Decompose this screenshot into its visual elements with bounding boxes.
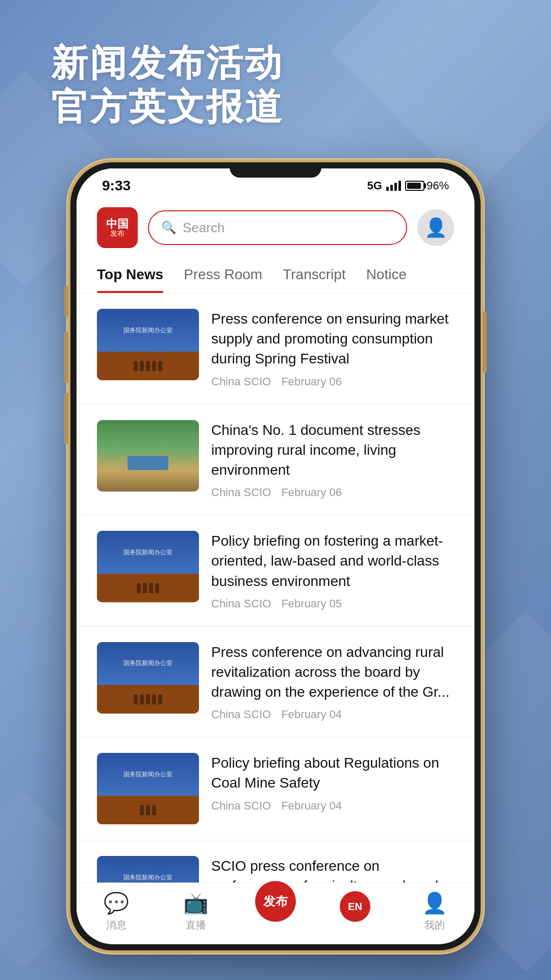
- news-content-6: SCIO press conference on performance of …: [211, 856, 454, 883]
- en-label: EN: [348, 901, 362, 913]
- news-meta-3: China SCIO February 05: [211, 597, 454, 610]
- network-indicator: 5G: [367, 179, 382, 192]
- silhouettes-5: [140, 805, 156, 815]
- news-meta-1: China SCIO February 06: [211, 375, 454, 388]
- thumbnail-1: 国务院新闻办公室: [97, 309, 199, 380]
- tab-press-room[interactable]: Press Room: [184, 256, 262, 293]
- thumbnail-6: 国务院新闻办公室: [97, 856, 199, 883]
- logo-top: 中国: [106, 218, 129, 230]
- news-title-6: SCIO press conference on performance of …: [211, 856, 454, 883]
- list-item[interactable]: 国务院新闻办公室 Policy briefing on fostering a …: [77, 516, 474, 626]
- tab-transcript[interactable]: Transcript: [283, 256, 345, 293]
- thumb-banner-1: 国务院新闻办公室: [97, 309, 199, 352]
- headline-line1: 新闻发布活动: [51, 41, 284, 85]
- status-icons: 5G 96%: [367, 179, 449, 192]
- nav-profile[interactable]: 👤 我的: [395, 891, 474, 932]
- news-source-2: China SCIO: [211, 486, 271, 499]
- thumb-banner-6: 国务院新闻办公室: [97, 856, 199, 883]
- volume-up-button: [64, 332, 68, 383]
- news-title-1: Press conference on ensuring market supp…: [211, 309, 454, 369]
- news-title-5: Policy briefing about Regulations on Coa…: [211, 753, 454, 793]
- mute-button: [64, 286, 68, 316]
- silhouettes-3: [137, 583, 159, 593]
- en-badge[interactable]: EN: [340, 891, 370, 922]
- news-date-2: February 06: [281, 486, 342, 499]
- news-content-1: Press conference on ensuring market supp…: [211, 309, 454, 388]
- thumbnail-4: 国务院新闻办公室: [97, 642, 199, 714]
- person-icon: 👤: [422, 891, 447, 915]
- thumbnail-5: 国务院新闻办公室: [97, 753, 199, 824]
- phone-screen: 9:33 5G 96%: [77, 168, 474, 944]
- thumb-text-3: 国务院新闻办公室: [123, 548, 172, 557]
- nav-en[interactable]: EN: [315, 891, 395, 932]
- search-bar[interactable]: 🔍 Search: [148, 210, 407, 245]
- thumb-text-5: 国务院新闻办公室: [123, 770, 172, 779]
- thumb-river: [128, 456, 168, 470]
- news-source-4: China SCIO: [211, 708, 271, 721]
- nav-messages[interactable]: 💬 消息: [77, 891, 156, 932]
- list-item[interactable]: 国务院新闻办公室 SCIO press conference on perfor…: [77, 841, 474, 883]
- news-content-5: Policy briefing about Regulations on Coa…: [211, 753, 454, 812]
- battery-fill: [407, 183, 421, 189]
- notch: [230, 162, 321, 178]
- news-title-4: Press conference on advancing rural revi…: [211, 642, 454, 702]
- signal-bar-3: [394, 183, 397, 191]
- news-content-3: Policy briefing on fostering a market-or…: [211, 531, 454, 610]
- list-item[interactable]: 国务院新闻办公室 Policy briefing about Regulatio…: [77, 738, 474, 840]
- nav-live-label: 直播: [186, 918, 206, 932]
- news-source-5: China SCIO: [211, 799, 271, 813]
- publish-label: 发布: [263, 893, 288, 910]
- volume-down-button: [64, 393, 68, 444]
- news-list: 国务院新闻办公室 Press conference on ensuring ma…: [77, 293, 474, 883]
- thumbnail-2: [97, 420, 199, 492]
- tv-icon: 📺: [183, 891, 209, 915]
- thumb-bottom-4: [97, 685, 199, 714]
- logo-bottom: 发布: [110, 230, 124, 237]
- silhouettes-1: [134, 361, 162, 371]
- signal-bar-4: [398, 181, 401, 191]
- news-meta-5: China SCIO February 04: [211, 799, 454, 813]
- battery-percent: 96%: [427, 179, 449, 192]
- signal-bar-2: [390, 185, 393, 191]
- list-item[interactable]: 国务院新闻办公室 Press conference on ensuring ma…: [77, 293, 474, 404]
- list-item[interactable]: 国务院新闻办公室 Press conference on advancing r…: [77, 627, 474, 737]
- tab-top-news[interactable]: Top News: [97, 256, 163, 293]
- nav-live[interactable]: 📺 直播: [156, 891, 236, 932]
- bottom-nav: 💬 消息 📺 直播 发布 EN 👤: [77, 883, 474, 944]
- news-title-2: China's No. 1 document stresses improvin…: [211, 420, 454, 480]
- status-time: 9:33: [102, 178, 131, 194]
- news-meta-4: China SCIO February 04: [211, 708, 454, 721]
- publish-button[interactable]: 发布: [255, 881, 296, 922]
- search-icon: 🔍: [161, 220, 177, 235]
- avatar-icon: 👤: [424, 217, 447, 238]
- thumb-bottom-3: [97, 574, 199, 602]
- thumb-bottom-1: [97, 352, 199, 380]
- news-date-4: February 04: [281, 708, 342, 721]
- headline-line2: 官方英文报道: [51, 85, 284, 129]
- app-logo[interactable]: 中国 发布: [97, 207, 138, 248]
- header-text: 新闻发布活动 官方英文报道: [51, 41, 284, 129]
- news-title-3: Policy briefing on fostering a market-or…: [211, 531, 454, 591]
- news-date-1: February 06: [281, 375, 342, 388]
- thumb-bottom-5: [97, 796, 199, 824]
- thumb-text-6: 国务院新闻办公室: [123, 873, 172, 882]
- signal-bars: [386, 181, 401, 191]
- search-placeholder: Search: [183, 220, 224, 236]
- signal-bar-1: [386, 187, 389, 191]
- battery-body: [405, 181, 424, 191]
- silhouettes-4: [134, 694, 162, 704]
- battery-icon: 96%: [405, 179, 449, 192]
- thumb-text-1: 国务院新闻办公室: [123, 326, 172, 335]
- phone-frame: 9:33 5G 96%: [66, 158, 485, 954]
- nav-publish[interactable]: 发布: [236, 891, 315, 932]
- news-meta-2: China SCIO February 06: [211, 486, 454, 499]
- news-content-2: China's No. 1 document stresses improvin…: [211, 420, 454, 500]
- avatar[interactable]: 👤: [417, 209, 454, 246]
- thumb-banner-4: 国务院新闻办公室: [97, 642, 199, 685]
- app-header: 中国 发布 🔍 Search 👤: [77, 199, 474, 256]
- news-source-1: China SCIO: [211, 375, 271, 388]
- news-content-4: Press conference on advancing rural revi…: [211, 642, 454, 722]
- list-item[interactable]: China's No. 1 document stresses improvin…: [77, 405, 474, 515]
- tab-notice[interactable]: Notice: [366, 256, 407, 293]
- news-source-3: China SCIO: [211, 597, 271, 610]
